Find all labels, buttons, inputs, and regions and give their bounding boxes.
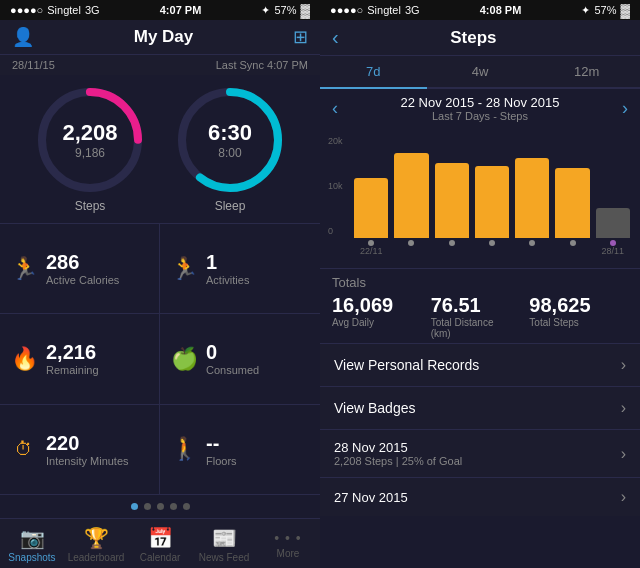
header-left: 👤 My Day ⊞ (0, 20, 320, 55)
bar-25nov (475, 166, 509, 246)
remaining-value: 2,216 (46, 341, 99, 364)
intensity-cell: ⏱ 220 Intensity Minutes (0, 405, 160, 495)
battery-right: 57% (594, 4, 616, 16)
profile-icon[interactable]: 👤 (12, 26, 34, 48)
nav-more[interactable]: • • • More (256, 530, 320, 559)
floors-label: Floors (206, 455, 237, 467)
bar-7 (596, 208, 630, 238)
nav-calendar[interactable]: 📅 Calendar (128, 526, 192, 563)
status-bar-right: ●●●●○ Singtel 3G 4:08 PM ✦ 57% ▓ (320, 0, 640, 20)
activities-cell: 🏃 1 Activities (160, 224, 320, 314)
remaining-label: Remaining (46, 364, 99, 376)
badges-text: View Badges (334, 400, 415, 416)
steps-main-value: 2,208 (62, 120, 117, 146)
steps-values: 2,208 9,186 (62, 120, 117, 160)
y-label-20k: 20k (328, 136, 343, 146)
bar-28nov (596, 208, 630, 246)
sleep-ring: 6:30 8:00 (175, 85, 285, 195)
calendar-label: Calendar (140, 552, 181, 563)
steps-label: Steps (75, 199, 106, 213)
date-nav: ‹ 22 Nov 2015 - 28 Nov 2015 Last 7 Days … (320, 89, 640, 128)
sync-info: Last Sync 4:07 PM (216, 59, 308, 71)
floors-value: -- (206, 432, 237, 455)
badge-27nov-arrow: › (621, 488, 626, 506)
chart-x-labels: 22/11 28/11 (330, 246, 630, 256)
active-calories-cell: 🏃 286 Active Calories (0, 224, 160, 314)
bluetooth-left: ✦ (261, 4, 270, 17)
back-button[interactable]: ‹ (332, 26, 339, 49)
badges-arrow: › (621, 399, 626, 417)
tab-4w[interactable]: 4w (427, 56, 534, 87)
dot-1 (131, 503, 138, 510)
leaderboard-label: Leaderboard (68, 552, 125, 563)
battery-left: 57% (274, 4, 296, 16)
status-bar-left: ●●●●○ Singtel 3G 4:07 PM ✦ 57% ▓ (0, 0, 320, 20)
badge-28nov-sub: 2,208 Steps | 25% of Goal (334, 455, 462, 467)
tab-7d[interactable]: 7d (320, 56, 427, 89)
badge-28nov-arrow: › (621, 445, 626, 463)
x-label-27 (555, 246, 589, 256)
bar-26nov (515, 158, 549, 246)
badge-27nov-row[interactable]: 27 Nov 2015 › (320, 477, 640, 516)
nav-newsfeed[interactable]: 📰 News Feed (192, 526, 256, 563)
chart-y-labels: 20k 10k 0 (328, 136, 343, 236)
consumed-label: Consumed (206, 364, 259, 376)
bar-6 (555, 168, 589, 238)
consumed-cell: 🍏 0 Consumed (160, 314, 320, 404)
active-calories-value: 286 (46, 251, 119, 274)
total-distance: 76.51 Total Distance(km) (431, 294, 530, 339)
dot-5 (183, 503, 190, 510)
chart-area: 20k 10k 0 (320, 128, 640, 268)
bar-2 (394, 153, 428, 238)
chart-bars (330, 136, 630, 246)
header-right: ‹ Steps (320, 20, 640, 56)
sleep-values: 6:30 8:00 (208, 120, 252, 160)
calendar-icon: 📅 (148, 526, 173, 550)
activities-icon: 🏃 (170, 256, 198, 282)
signal-dots-right: ●●●●○ (330, 4, 363, 16)
badge-28nov-row[interactable]: 28 Nov 2015 2,208 Steps | 25% of Goal › (320, 429, 640, 477)
intensity-value: 220 (46, 432, 129, 455)
view-badges-row[interactable]: View Badges › (320, 386, 640, 429)
totals-row: 16,069 Avg Daily 76.51 Total Distance(km… (332, 294, 628, 339)
x-label-26 (515, 246, 549, 256)
grid-icon[interactable]: ⊞ (293, 26, 308, 48)
network-type: 3G (85, 4, 100, 16)
left-panel: ●●●●○ Singtel 3G 4:07 PM ✦ 57% ▓ 👤 My Da… (0, 0, 320, 568)
date-next-button[interactable]: › (622, 98, 628, 119)
status-right-left: ●●●●○ Singtel 3G (330, 4, 420, 16)
consumed-info: 0 Consumed (206, 341, 259, 376)
more-label: More (277, 548, 300, 559)
active-calories-label: Active Calories (46, 274, 119, 286)
date-prev-button[interactable]: ‹ (332, 98, 338, 119)
view-personal-records-row[interactable]: View Personal Records › (320, 343, 640, 386)
bluetooth-right: ✦ (581, 4, 590, 17)
total-steps: 98,625 Total Steps (529, 294, 628, 339)
floors-icon: 🚶 (170, 436, 198, 462)
date-left: 28/11/15 (12, 59, 55, 71)
floors-info: -- Floors (206, 432, 237, 467)
nav-leaderboard[interactable]: 🏆 Leaderboard (64, 526, 128, 563)
total-avg-daily: 16,069 Avg Daily (332, 294, 431, 339)
intensity-icon: ⏱ (10, 439, 38, 460)
y-label-0: 0 (328, 226, 343, 236)
stats-grid: 🏃 286 Active Calories 🏃 1 Activities 🔥 2… (0, 223, 320, 495)
network-right: 3G (405, 4, 420, 16)
activities-label: Activities (206, 274, 249, 286)
leaderboard-icon: 🏆 (84, 526, 109, 550)
battery-bar-left: ▓ (301, 3, 310, 18)
snapshots-icon: 📷 (20, 526, 45, 550)
page-title-left: My Day (34, 27, 293, 47)
nav-snapshots[interactable]: 📷 Snapshots (0, 526, 64, 563)
tab-12m[interactable]: 12m (533, 56, 640, 87)
consumed-value: 0 (206, 341, 259, 364)
badge-28nov-info: 28 Nov 2015 2,208 Steps | 25% of Goal (334, 440, 462, 467)
total-steps-value: 98,625 (529, 294, 628, 317)
sleep-sub-value: 8:00 (208, 146, 252, 160)
intensity-label: Intensity Minutes (46, 455, 129, 467)
x-label-24 (435, 246, 469, 256)
date-center: 22 Nov 2015 - 28 Nov 2015 Last 7 Days - … (401, 95, 560, 122)
steps-gauge: 2,208 9,186 Steps (35, 85, 145, 213)
total-distance-value: 76.51 (431, 294, 530, 317)
bar-3 (435, 163, 469, 238)
